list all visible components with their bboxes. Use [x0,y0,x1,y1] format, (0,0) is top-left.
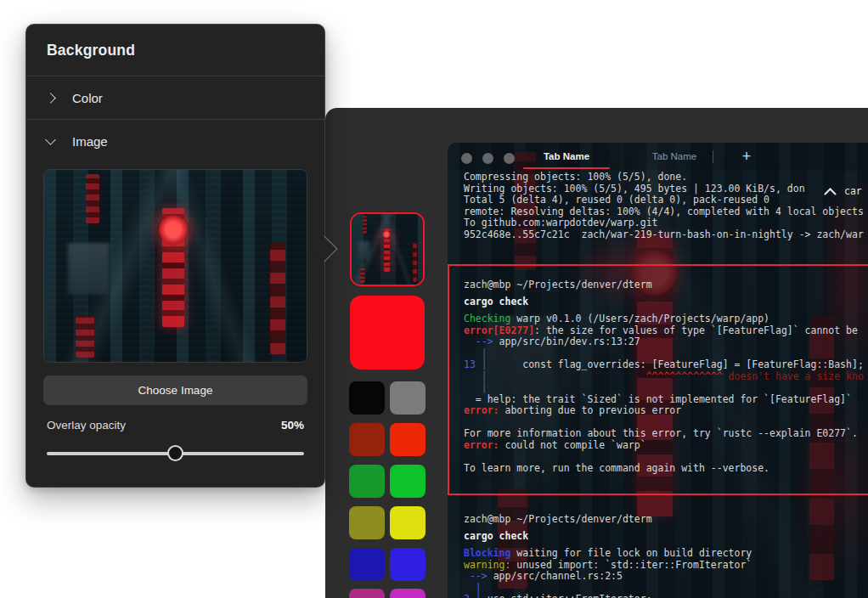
minimize-window-icon[interactable] [482,153,493,164]
slider-thumb[interactable] [167,445,183,461]
cityscape-image [44,170,307,362]
window-controls [461,153,515,164]
swatch-green[interactable] [349,465,385,498]
output-line: To learn more, run the command again wit… [464,463,868,475]
panel-header: Background [26,25,324,76]
prompt-line: zach@mbp ~/Projects/denver/dterm [464,279,868,291]
output-line: | [464,348,868,360]
screen: Tab Name Tab Name + car Compressing obje… [0,0,868,598]
tab-inactive[interactable]: Tab Name [628,143,721,170]
git-line: Writing objects: 100% (5/5), 495 bytes |… [464,183,805,195]
failed-command-block[interactable]: zach@mbp ~/Projects/denver/dterm cargo c… [448,264,868,495]
output-line: | [464,382,868,394]
swatch-dark-magenta[interactable] [349,589,385,598]
git-line: To github.com:warpdotdev/warp.git [464,217,657,228]
output-line: | [464,583,752,595]
image-section-body: Choose Image Overlay opacity 50% [26,162,324,487]
git-line: Compressing objects: 100% (5/5), done. [464,171,687,183]
output-line: = help: the trait `Sized` is not impleme… [464,394,868,406]
overlay-opacity-label: Overlay opacity [47,419,126,432]
background-image-preview [43,169,307,363]
terminal-window: Tab Name Tab Name + car Compressing obje… [448,143,868,598]
tab-active[interactable]: Tab Name [510,143,623,170]
output-line: | ^^^^^^^^^^^^^ doesn't have a size kno [464,371,868,383]
prompt-line: zach@mbp ~/Projects/denver/dterm [464,514,752,526]
blank-line [464,417,868,429]
swatch-bright-yellow[interactable] [390,506,426,539]
swatch-bright-black[interactable] [390,381,426,415]
section-color[interactable]: Color [26,76,324,119]
background-image-thumbnail [352,214,423,285]
output-line: 13 | const flag_overrides: [FeatureFlag]… [464,359,868,371]
running-command-block: zach@mbp ~/Projects/denver/dterm cargo c… [464,514,752,598]
output-line: warning: unused import: `std::iter::From… [464,560,752,572]
swatch-bright-magenta[interactable] [390,589,426,598]
background-settings-panel: Background Color Image Choose Image O [25,24,325,488]
close-window-icon[interactable] [461,153,472,164]
panel-title: Background [47,42,135,59]
output-line: 2 | use std::iter::FromIterator; [464,594,752,598]
chevron-down-icon [45,134,56,145]
git-output-block: Compressing objects: 100% (5/5), done. W… [464,172,864,240]
swatch-dark-red[interactable] [349,423,385,456]
tab-separator [713,150,713,163]
swatch-olive[interactable] [349,506,385,539]
chevron-right-icon [45,93,56,104]
output-line: --> app/src/channel.rs:2:5 [464,571,752,583]
swatch-red-large[interactable] [350,296,425,370]
output-line: Blocking waiting for file lock on build … [464,548,752,560]
swatch-bright-red[interactable] [390,423,426,456]
blank-line [464,451,868,463]
swatch-background-image-selected[interactable] [350,212,425,286]
swatch-dark-blue[interactable] [349,548,385,581]
choose-image-button[interactable]: Choose Image [43,375,307,405]
output-line: error[E0277]: the size for values of typ… [464,325,868,337]
swatch-bright-blue[interactable] [390,548,426,581]
section-image[interactable]: Image [26,120,324,162]
tab-bar: Tab Name Tab Name + [448,143,868,170]
output-line: --> app/src/bin/dev.rs:13:27 [464,336,868,348]
git-line: Total 5 (delta 4), reused 0 (delta 0), p… [464,194,769,206]
swatch-black[interactable] [349,381,385,415]
section-label: Color [72,91,103,105]
output-line: error: aborting due to previous error [464,405,868,417]
new-tab-button[interactable]: + [731,143,762,170]
swatch-bright-green[interactable] [390,465,426,498]
command-line: cargo check [464,531,752,543]
output-line: error: could not compile `warp` [464,440,868,452]
section-label: Image [72,134,108,149]
tab-label: Tab Name [544,151,589,161]
git-line: remote: Resolving deltas: 100% (4/4), co… [464,206,864,217]
overlay-opacity-value: 50% [281,419,304,432]
output-line: For more information about this error, t… [464,428,868,440]
overlay-opacity-slider[interactable] [47,445,304,461]
tab-label: Tab Name [652,151,696,161]
command-line: cargo check [464,296,868,308]
output-line: Checking warp v0.1.0 (/Users/zach/Projec… [464,313,868,325]
active-tab-underline [523,167,610,170]
git-line: 952c468e..55c7c21c zach/war-219-turn-bas… [464,228,864,240]
